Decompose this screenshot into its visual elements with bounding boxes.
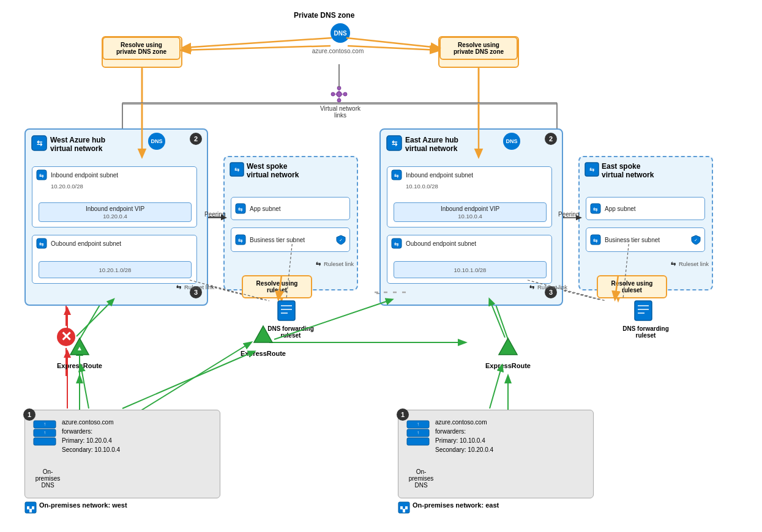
east-hub-badge-2: 2 xyxy=(545,133,557,145)
east-dns-fwd-label: DNS forwarding ruleset xyxy=(615,325,676,339)
east-spoke-ruleset-link: ⇆ Ruleset link xyxy=(669,259,709,268)
svg-text:⇆: ⇆ xyxy=(39,172,44,179)
east-onprem-dns-label: On-premises DNS xyxy=(406,468,436,489)
svg-text:✓: ✓ xyxy=(339,238,343,242)
east-onprem-server-icon: ↑ ↑ xyxy=(406,419,430,451)
east-resolve-ruleset-box: Resolve using ruleset xyxy=(597,275,667,298)
svg-rect-96 xyxy=(400,506,403,509)
svg-marker-80 xyxy=(499,338,517,355)
west-spoke-title: West spoke virtual network xyxy=(247,162,345,179)
west-resolve-private-box: Resolve using private DNS zone xyxy=(102,37,181,60)
svg-text:⇆: ⇆ xyxy=(593,206,598,212)
east-hub-outbound-subnet: ⇆ Oubound endpoint subnet 10.10.1.0/28 xyxy=(387,235,552,284)
west-spoke-app-subnet: ⇆ App subnet xyxy=(231,197,350,220)
west-spoke-icon: ⇆ xyxy=(230,162,244,178)
east-onprem-building-icon xyxy=(398,501,410,515)
svg-text:⇆: ⇆ xyxy=(316,260,321,267)
east-hub-outbound-ip: 10.10.1.0/28 xyxy=(394,261,547,278)
svg-text:⇆: ⇆ xyxy=(234,166,239,173)
west-hub-outbound-ip: 10.20.1.0/28 xyxy=(39,261,192,278)
east-onprem-network-label: On-premises network: east xyxy=(413,501,499,509)
west-hub-badge-2: 2 xyxy=(190,133,202,145)
east-expressroute: ExpressRoute xyxy=(490,336,526,367)
vn-links-icon xyxy=(331,86,348,104)
svg-marker-79 xyxy=(254,326,272,342)
west-hub-ruleset-link: ⇆ Ruleset link xyxy=(174,283,214,291)
east-spoke-biz-subnet: ⇆ Business tier subnet ✓ xyxy=(586,227,705,252)
west-onprem-building-icon xyxy=(24,501,37,515)
east-onprem-box: ↑ ↑ azure.contoso.com forwarders: Primar… xyxy=(398,410,594,498)
east-spoke-app-subnet: ⇆ App subnet xyxy=(586,197,705,220)
svg-text:⇆: ⇆ xyxy=(39,241,44,247)
svg-line-111 xyxy=(184,38,332,48)
svg-rect-98 xyxy=(403,509,405,512)
error-cross-icon: ✕ xyxy=(55,326,77,348)
west-hub-vnet-icon: ⇆ xyxy=(31,135,48,153)
svg-rect-89 xyxy=(29,509,32,512)
east-dns-fwd-icon xyxy=(633,300,653,323)
svg-text:⇆: ⇆ xyxy=(394,172,399,179)
svg-rect-88 xyxy=(32,506,34,509)
west-spoke-biz-subnet: ⇆ Business tier subnet ✓ xyxy=(231,227,350,252)
svg-text:⇆: ⇆ xyxy=(394,241,399,247)
east-spoke-vnet: ⇆ East spoke virtual network ⇆ App subne… xyxy=(578,156,713,290)
east-spoke-title: East spoke virtual network xyxy=(602,162,700,179)
svg-rect-72 xyxy=(635,301,652,320)
svg-line-101 xyxy=(122,352,254,408)
svg-text:⇆: ⇆ xyxy=(176,284,181,290)
west-hub-inbound-subnet: ⇆ Inbound endpoint subnet 10.20.0.0/28 I… xyxy=(32,166,197,227)
west-spoke-shield-icon: ✓ xyxy=(336,235,346,245)
svg-line-99 xyxy=(81,366,89,408)
svg-text:✓: ✓ xyxy=(694,238,698,242)
svg-rect-87 xyxy=(27,506,29,509)
east-peering-label: Peering xyxy=(558,211,579,218)
svg-line-112 xyxy=(346,38,438,48)
east-hub-inbound-vip: Inbound endpoint VIP 10.10.0.4 xyxy=(394,202,547,222)
west-hub-vnet: ⇆ West Azure hub virtual network DNS 2 ⇆… xyxy=(24,128,208,306)
west-spoke-vnet: ⇆ West spoke virtual network ⇆ App subne… xyxy=(223,156,358,290)
svg-rect-92 xyxy=(407,438,429,445)
svg-point-31 xyxy=(337,86,341,90)
east-spoke-shield-icon: ✓ xyxy=(691,235,701,245)
west-hub-outbound-subnet: ⇆ Oubound endpoint subnet 10.20.1.0/28 xyxy=(32,235,197,284)
svg-text:↑: ↑ xyxy=(43,430,46,435)
diagram-container: Private DNS zone DNS azure.contoso.com V… xyxy=(0,0,762,532)
svg-line-103 xyxy=(490,366,502,408)
west-onprem-server-icon: ↑ ↑ xyxy=(32,419,57,451)
east-hub-vnet-icon: ⇆ xyxy=(386,135,403,153)
east-hub-dns-badge: DNS xyxy=(503,133,520,150)
svg-text:⇆: ⇆ xyxy=(238,206,243,212)
svg-point-30 xyxy=(337,92,342,97)
east-hub-vnet: ⇆ East Azure hub virtual network DNS 2 ⇆… xyxy=(379,128,563,306)
east-onprem-dns-info: azure.contoso.com forwarders: Primary: 1… xyxy=(435,418,493,454)
east-resolve-private-box: Resolve using private DNS zone xyxy=(439,37,518,60)
west-hub-dns-badge: DNS xyxy=(148,133,165,150)
west-resolve-ruleset-box: Resolve using ruleset xyxy=(242,275,312,298)
east-hub-inbound-subnet: ⇆ Inbound endpoint subnet 10.10.0.0/28 I… xyxy=(387,166,552,227)
west-onprem-dns-info: azure.contoso.com forwarders: Primary: 1… xyxy=(62,418,120,454)
svg-text:⇆: ⇆ xyxy=(529,284,534,290)
center-expressroute: ExpressRoute xyxy=(245,324,282,355)
dns-domain-label: azure.contoso.com xyxy=(304,48,372,54)
svg-text:↑: ↑ xyxy=(417,430,419,435)
west-onprem-network-label: On-premises network: west xyxy=(39,501,127,509)
west-spoke-ruleset-link: ⇆ Ruleset link xyxy=(314,259,354,268)
svg-point-32 xyxy=(343,92,347,96)
east-spoke-icon: ⇆ xyxy=(585,162,599,178)
east-hub-ruleset-link: ⇆ Ruleset link xyxy=(528,283,567,291)
svg-text:▲: ▲ xyxy=(77,345,83,352)
svg-text:⇆: ⇆ xyxy=(671,260,676,267)
west-peering-label: Peering xyxy=(204,211,225,218)
west-hub-inbound-vip: Inbound endpoint VIP 10.20.0.4 xyxy=(39,202,192,222)
svg-text:⇆: ⇆ xyxy=(37,139,43,147)
east-onprem-badge-1: 1 xyxy=(397,408,409,421)
svg-point-34 xyxy=(331,92,335,96)
svg-rect-83 xyxy=(34,438,56,445)
svg-text:↑: ↑ xyxy=(43,421,46,427)
svg-text:⇆: ⇆ xyxy=(238,237,243,243)
west-onprem-badge-1: 1 xyxy=(23,408,35,421)
west-onprem-dns-label: On-premises DNS xyxy=(32,468,63,489)
svg-rect-53 xyxy=(278,301,295,320)
dns-zone-label: Private DNS zone xyxy=(294,11,354,20)
svg-text:⇆: ⇆ xyxy=(589,166,594,173)
